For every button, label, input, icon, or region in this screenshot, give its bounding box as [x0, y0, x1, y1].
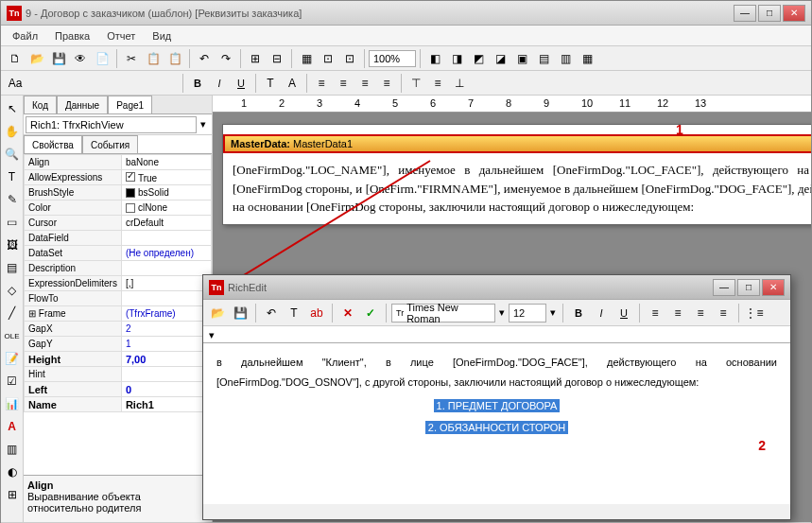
tool-e[interactable]: ▣: [511, 48, 532, 69]
new-icon[interactable]: 🗋: [5, 48, 26, 69]
align-center-icon[interactable]: ≡: [333, 73, 354, 94]
prop-row[interactable]: GapY1: [25, 337, 212, 352]
valign-mid-icon[interactable]: ≡: [427, 73, 448, 94]
rich-text-object[interactable]: [OneFirmDog."LOC_NAME"], именуемое в дал…: [223, 153, 811, 224]
align-left-icon[interactable]: ≡: [311, 73, 332, 94]
preview-icon[interactable]: 👁: [70, 48, 91, 69]
re-undo-icon[interactable]: ↶: [261, 303, 282, 323]
prop-row[interactable]: GapX2: [25, 322, 212, 337]
group-icon[interactable]: ⊞: [245, 48, 266, 69]
dropdown-icon[interactable]: ▾: [197, 118, 210, 131]
tool-b[interactable]: ◨: [446, 48, 467, 69]
re-italic-icon[interactable]: I: [591, 303, 612, 323]
menu-file[interactable]: Файл: [5, 28, 45, 44]
tab-code[interactable]: Код: [24, 96, 57, 113]
prop-row[interactable]: ⊞ Frame(TfrxFrame): [25, 306, 212, 322]
tool-d[interactable]: ◪: [490, 48, 510, 69]
prop-row[interactable]: Hint: [25, 367, 212, 382]
subreport-icon[interactable]: ▤: [3, 258, 22, 277]
prop-row[interactable]: DataSet(Не определен): [25, 246, 212, 261]
ole-icon[interactable]: OLE: [3, 326, 22, 345]
tool-h[interactable]: ▦: [577, 48, 597, 69]
prop-row[interactable]: Left0: [25, 382, 212, 397]
richedit-text-area[interactable]: в дальнейшем "Клиент", в лице [OneFirmDo…: [203, 343, 790, 504]
shape-icon[interactable]: ◇: [3, 281, 22, 300]
re-bold-icon[interactable]: B: [568, 303, 589, 323]
re-save-icon[interactable]: 💾: [230, 303, 251, 323]
re-font-icon[interactable]: T: [284, 303, 304, 323]
richedit-minimize-button[interactable]: —: [713, 279, 735, 296]
open-icon[interactable]: 📂: [26, 48, 47, 69]
valign-bot-icon[interactable]: ⊥: [449, 73, 470, 94]
section-2[interactable]: 2. ОБЯЗАННОСТИ СТОРОН: [425, 421, 568, 434]
redo-icon[interactable]: ↷: [216, 48, 236, 69]
grid-icon[interactable]: ▦: [296, 48, 317, 69]
tab-events[interactable]: События: [82, 135, 138, 153]
re-bullets-icon[interactable]: ⋮≡: [744, 303, 765, 323]
snap-icon[interactable]: ⊡: [318, 48, 338, 69]
chart-icon[interactable]: 📊: [3, 394, 22, 413]
paste-icon[interactable]: 📋: [164, 48, 185, 69]
rich-icon[interactable]: 📝: [3, 349, 22, 368]
section-1[interactable]: 1. ПРЕДМЕТ ДОГОВОРА: [434, 399, 561, 412]
italic-icon[interactable]: I: [209, 73, 230, 94]
fit-icon[interactable]: ⊡: [339, 48, 360, 69]
zoom-combo[interactable]: 100%: [369, 50, 416, 67]
gradient-icon[interactable]: ◐: [3, 462, 22, 481]
re-expr-icon[interactable]: ab: [306, 303, 327, 323]
re-underline-icon[interactable]: U: [613, 303, 634, 323]
re-font-combo[interactable]: TrTimes New Roman: [391, 304, 495, 323]
menu-view[interactable]: Вид: [145, 28, 179, 44]
tab-page1[interactable]: Page1: [108, 96, 152, 113]
copy-icon[interactable]: 📋: [143, 48, 164, 69]
tab-properties[interactable]: Свойства: [24, 135, 82, 153]
tab-data[interactable]: Данные: [57, 96, 108, 113]
prop-row[interactable]: CursorcrDefault: [25, 216, 212, 231]
prop-row[interactable]: Description: [25, 261, 212, 276]
tool-g[interactable]: ▥: [555, 48, 576, 69]
richedit-maximize-button[interactable]: □: [737, 279, 760, 296]
prop-row[interactable]: AlignbaNone: [25, 155, 212, 170]
pointer-icon[interactable]: ↖: [3, 99, 22, 118]
fontcolor-icon[interactable]: T: [260, 73, 281, 94]
masterdata-band[interactable]: MasterData: MasterData1: [223, 134, 811, 153]
text-tool-icon[interactable]: T: [3, 167, 22, 186]
prop-row[interactable]: NameRich1: [25, 397, 212, 412]
prop-row[interactable]: ColorclNone: [25, 200, 212, 216]
re-align-right-icon[interactable]: ≡: [690, 303, 711, 323]
menu-edit[interactable]: Правка: [47, 28, 97, 44]
prop-row[interactable]: AllowExpressionsTrue: [25, 170, 212, 185]
save-icon[interactable]: 💾: [48, 48, 69, 69]
hand-icon[interactable]: ✋: [3, 122, 22, 141]
letter-a-icon[interactable]: A: [3, 417, 22, 436]
minimize-button[interactable]: —: [734, 5, 756, 22]
check-icon[interactable]: ☑: [3, 372, 22, 391]
prop-row[interactable]: DataField: [25, 231, 212, 246]
barcode-icon[interactable]: ▥: [3, 440, 22, 459]
cut-icon[interactable]: ✂: [121, 48, 142, 69]
align-justify-icon[interactable]: ≡: [376, 73, 397, 94]
re-cancel-icon[interactable]: ✕: [337, 303, 358, 323]
line-icon[interactable]: ╱: [3, 304, 22, 323]
close-button[interactable]: ✕: [783, 5, 805, 22]
menu-report[interactable]: Отчет: [99, 28, 143, 44]
tool-c[interactable]: ◩: [468, 48, 489, 69]
tool-f[interactable]: ▤: [533, 48, 554, 69]
picture-icon[interactable]: 🖼: [3, 235, 22, 254]
ungroup-icon[interactable]: ⊟: [267, 48, 287, 69]
re-size-combo[interactable]: 12: [509, 304, 546, 323]
prop-row[interactable]: FlowTo: [25, 291, 212, 306]
underline-icon[interactable]: U: [231, 73, 251, 94]
page-icon[interactable]: 📄: [92, 48, 112, 69]
cross-icon[interactable]: ⊞: [3, 485, 22, 504]
re-align-left-icon[interactable]: ≡: [645, 303, 665, 323]
richedit-close-button[interactable]: ✕: [762, 279, 785, 296]
align-right-icon[interactable]: ≡: [354, 73, 375, 94]
prop-row[interactable]: ExpressionDelimiters[,]: [25, 276, 212, 291]
property-grid[interactable]: AlignbaNoneAllowExpressionsTrueBrushStyl…: [24, 154, 212, 475]
prop-row[interactable]: Height7,00: [25, 352, 212, 367]
tool-a[interactable]: ◧: [424, 48, 445, 69]
zoom-tool-icon[interactable]: 🔍: [3, 145, 22, 164]
maximize-button[interactable]: □: [758, 5, 781, 22]
undo-icon[interactable]: ↶: [194, 48, 215, 69]
